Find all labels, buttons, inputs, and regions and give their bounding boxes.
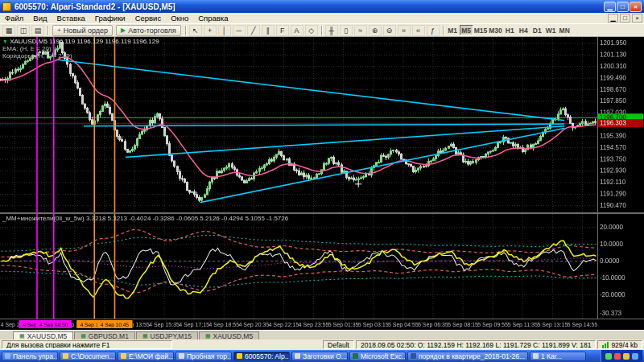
- taskbar-item-1[interactable]: C:\Documen...: [60, 352, 116, 361]
- new-chart-icon[interactable]: ▦: [2, 25, 15, 36]
- chart-tab-2[interactable]: ▦USDJPY,M15: [136, 331, 198, 339]
- connection-bars-icon: [602, 342, 609, 348]
- mdi-controls: ▁□×: [607, 14, 644, 23]
- menu-Вид[interactable]: Вид: [28, 13, 52, 24]
- menu-bar: ФайлВидВставкаГрафикиСервисОкноСправка ▁…: [0, 13, 644, 24]
- taskbar-item-icon: [63, 353, 68, 359]
- chart-tab-3[interactable]: ▦XAUUSD,M5: [199, 331, 259, 339]
- tray-icon-2[interactable]: [623, 353, 630, 360]
- chart-tab-label: XAUUSD,M5: [27, 332, 68, 340]
- timeframe-M1[interactable]: M1: [446, 25, 460, 35]
- menu-Файл[interactable]: Файл: [0, 13, 28, 24]
- menu-Графики[interactable]: Графики: [90, 13, 130, 24]
- profiles-icon[interactable]: ◫: [17, 25, 30, 36]
- status-profile[interactable]: Default: [323, 340, 354, 349]
- taskbar-item-5[interactable]: Заготовки О...: [291, 352, 348, 361]
- system-tray: [601, 350, 642, 362]
- taskbar-item-icon: [179, 353, 184, 359]
- taskbar-item-label: C:\Documen...: [71, 352, 114, 360]
- window-title: 6005570: Alpari-Standard2 - [XAUUSD,M5]: [14, 2, 600, 11]
- indicators-icon[interactable]: ƒ: [427, 25, 440, 36]
- auto-trading-label: Авто-торговля: [128, 27, 175, 35]
- taskbar-item-label: Е:\МОИ фай...: [129, 352, 174, 360]
- taskbar-item-icon: [121, 353, 126, 359]
- chart-tab-0[interactable]: ▦XAUUSD,M5: [13, 331, 73, 339]
- chart-restore-button[interactable]: □: [620, 14, 630, 23]
- status-quote: 2018.09.05 02:50: O: 1192.159 H: 1192.16…: [356, 340, 596, 349]
- cursor-icon[interactable]: ↖: [189, 25, 202, 36]
- status-help-text: Для вызова справки нажмите F1: [2, 340, 172, 349]
- timeframe-M15[interactable]: M15: [473, 25, 489, 35]
- toolbar-separator: [443, 26, 444, 35]
- price-chart-canvas[interactable]: [0, 37, 644, 330]
- window-controls: ▁□×: [603, 2, 642, 12]
- maximize-button[interactable]: □: [617, 2, 629, 12]
- timeframe-D1[interactable]: D1: [530, 25, 544, 35]
- taskbar-item-label: Пробная тор...: [187, 352, 232, 360]
- chart-tab-1[interactable]: ▦GBPUSD,M1: [74, 331, 135, 339]
- vertical-line-icon[interactable]: │: [218, 25, 231, 36]
- arrows-icon[interactable]: ◇: [305, 25, 318, 36]
- text-label-icon[interactable]: A: [291, 25, 303, 36]
- timeframe-H1[interactable]: H1: [503, 25, 517, 35]
- tray-icon-0[interactable]: [605, 353, 612, 360]
- chart-minimize-button[interactable]: ▁: [608, 14, 618, 23]
- taskbar-item-label: Заготовки О...: [303, 352, 347, 360]
- timeframe-MN[interactable]: MN: [558, 25, 572, 35]
- horizontal-line-icon[interactable]: ─: [233, 25, 246, 36]
- taskbar-item-icon: [411, 353, 416, 359]
- taskbar-item-icon: [237, 353, 242, 359]
- chart-close-button[interactable]: ×: [632, 14, 642, 23]
- new-order-icon: +: [57, 27, 61, 34]
- new-order-button[interactable]: +Новый ордер: [52, 25, 113, 36]
- menu-items: ФайлВидВставкаГрафикиСервисОкноСправка: [0, 13, 233, 24]
- chart-shift-icon[interactable]: «: [412, 25, 425, 36]
- app-icon: [2, 2, 11, 11]
- taskbar-item-label: порядок в квартире_2018-01-26...: [419, 352, 525, 360]
- chart-tab-label: USDJPY,M15: [151, 332, 192, 340]
- menu-Вставка[interactable]: Вставка: [52, 13, 90, 24]
- timeframe-H4[interactable]: H4: [517, 25, 530, 35]
- minimize-button[interactable]: ▁: [604, 2, 616, 12]
- tray-icon-3[interactable]: [632, 353, 638, 360]
- chart-area: ▼ XAUUSD,M5 1196.119 1196.129 1196.119 1…: [0, 37, 644, 330]
- crosshair-icon[interactable]: +: [204, 25, 217, 36]
- toolbar-separator: [47, 26, 48, 35]
- taskbar-item-3[interactable]: Пробная тор...: [175, 352, 232, 361]
- fibonacci-icon[interactable]: F: [276, 25, 289, 36]
- taskbar-item-2[interactable]: Е:\МОИ фай...: [118, 352, 174, 361]
- title-bar[interactable]: 6005570: Alpari-Standard2 - [XAUUSD,M5] …: [0, 0, 644, 13]
- candlestick-icon[interactable]: ▯: [340, 25, 353, 36]
- taskbar-item-0[interactable]: Панель упра...: [2, 352, 58, 361]
- timeframe-M5[interactable]: M5: [460, 25, 473, 35]
- taskbar-item-icon: [5, 353, 10, 359]
- auto-scroll-icon[interactable]: »: [398, 25, 411, 36]
- windows-taskbar: Панель упра...C:\Documen...Е:\МОИ фай...…: [0, 350, 644, 362]
- taskbar-item-4[interactable]: 6005570: Alp...: [233, 352, 290, 361]
- timeframe-M30[interactable]: M30: [488, 25, 503, 35]
- zoom-out-icon[interactable]: ⊖: [383, 25, 396, 36]
- trendline-icon[interactable]: ╱: [247, 25, 260, 36]
- chart-tab-icon: ▦: [205, 333, 211, 339]
- templates-icon[interactable]: ▤: [31, 25, 44, 36]
- status-connection: 929/4 kb: [597, 340, 642, 349]
- chart-tab-icon: ▦: [80, 333, 86, 339]
- mt4-window: 6005570: Alpari-Standard2 - [XAUUSD,M5] …: [0, 0, 644, 362]
- chart-tab-label: GBPUSD,M1: [89, 332, 129, 340]
- tray-icon-1[interactable]: [614, 353, 621, 360]
- menu-Окно[interactable]: Окно: [166, 13, 193, 24]
- bar-chart-icon[interactable]: ╫: [325, 25, 338, 36]
- auto-trading-button[interactable]: ▶Авто-торговля: [116, 25, 181, 36]
- channel-icon[interactable]: ∥: [262, 25, 275, 36]
- menu-Сервис[interactable]: Сервис: [130, 13, 167, 24]
- menu-Справка[interactable]: Справка: [193, 13, 233, 24]
- timeframe-W1[interactable]: W1: [544, 25, 558, 35]
- close-button[interactable]: ×: [630, 2, 642, 12]
- toolbar: ▦◫▤+Новый ордер▶Авто-торговля↖+│─╱∥FA◇╫▯…: [0, 24, 644, 37]
- zoom-in-icon[interactable]: ⊕: [369, 25, 382, 36]
- taskbar-item-6[interactable]: Microsoft Exc...: [349, 352, 406, 361]
- line-chart-icon[interactable]: ≈: [354, 25, 367, 36]
- taskbar-item-7[interactable]: порядок в квартире_2018-01-26...: [407, 352, 528, 361]
- status-bar: Для вызова справки нажмите F1 Default 20…: [0, 339, 644, 350]
- taskbar-item-8[interactable]: 1 Каг...: [530, 352, 586, 361]
